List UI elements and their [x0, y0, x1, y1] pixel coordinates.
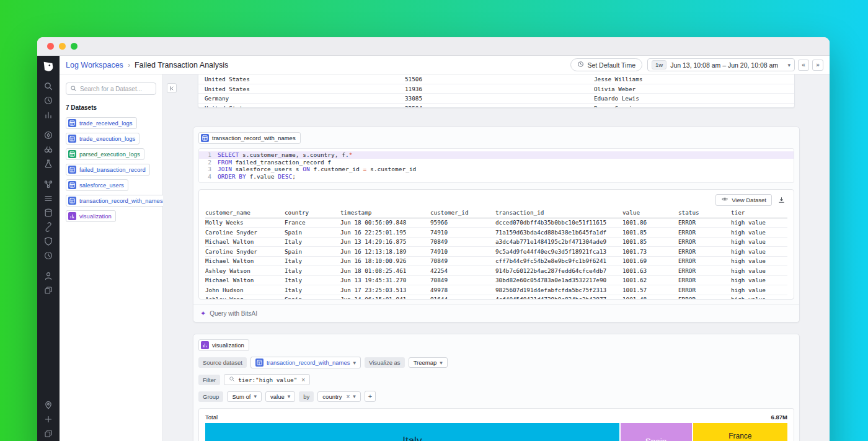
integrations-icon[interactable]	[43, 222, 53, 232]
table-row[interactable]: United States11936Olivia Weber	[198, 84, 794, 94]
by-label: by	[299, 391, 314, 402]
logs-icon[interactable]	[43, 194, 53, 203]
dataset-item-parsed_execution_logs[interactable]: parsed_execution_logs	[66, 148, 144, 160]
set-default-time-button[interactable]: Set Default Time	[570, 58, 642, 71]
dataset-item-salesforce_users[interactable]: salesforce_users	[66, 179, 128, 191]
table-row[interactable]: United States22504Byron Garcia	[198, 104, 794, 109]
column-header-customer_name[interactable]: customer_name	[205, 208, 285, 218]
aggregation-select[interactable]: Sum of ▾	[227, 391, 262, 402]
settings-icon[interactable]	[43, 400, 53, 410]
chevron-down-icon: ▾	[440, 360, 443, 366]
time-forward-button[interactable]: »	[812, 60, 823, 71]
service-map-icon[interactable]	[43, 179, 53, 189]
visualization-chip[interactable]: visualization	[198, 339, 249, 351]
remove-group-by-icon[interactable]: ×	[345, 393, 350, 400]
column-header-customer_id[interactable]: customer_id	[430, 208, 495, 218]
column-header-timestamp[interactable]: timestamp	[340, 208, 430, 218]
field-select[interactable]: value ▾	[265, 391, 295, 402]
table-cell: Caroline Snyder	[205, 247, 285, 257]
monitors-icon[interactable]	[43, 251, 53, 261]
table-cell: 1001.63	[622, 266, 678, 276]
chevron-down-icon: ▾	[353, 393, 356, 399]
watchdog-icon[interactable]	[43, 145, 53, 154]
table-cell: high value	[731, 247, 787, 257]
treemap-cell-france[interactable]: France587.9k	[693, 423, 787, 441]
table-cell: 70849	[430, 256, 495, 266]
eye-icon	[721, 195, 728, 204]
column-header-value[interactable]: value	[622, 208, 678, 218]
table-row[interactable]: Michael WaltonItalyJun 16 18:10:00.92670…	[205, 256, 787, 266]
recents-icon[interactable]	[43, 96, 53, 105]
dataset-item-trade_received_logs[interactable]: trade_received_logs	[66, 117, 137, 129]
dashboards-icon[interactable]	[43, 130, 53, 140]
query-with-bitsai-button[interactable]: ✦ Query with BitsAI	[193, 305, 799, 322]
dataset-item-failed_transaction_record[interactable]: failed_transaction_record	[66, 164, 150, 176]
treemap-cell-spain[interactable]: Spain	[621, 423, 692, 441]
minimize-window-button[interactable]	[59, 43, 66, 50]
copy-icon[interactable]	[43, 429, 53, 439]
table-row[interactable]: Caroline SnyderSpainJun 16 22:25:01.1957…	[205, 228, 787, 238]
table-row[interactable]: Michael WaltonItalyJun 13 14:29:16.87570…	[205, 237, 787, 247]
query-dataset-chip[interactable]: transaction_record_with_names	[198, 132, 301, 144]
table-row[interactable]: Michael WaltonItalyJun 13 19:45:31.27070…	[205, 275, 787, 285]
database-icon[interactable]	[43, 208, 53, 218]
table-cell: 1001.85	[622, 237, 678, 247]
sql-line: 1SELECT s.customer_name, s.country, f.*	[199, 151, 794, 159]
visualization-card: visualization Source dataset transaction…	[193, 334, 800, 441]
table-cell: 9825607d191d4efabfcfda5bc75f2313	[495, 285, 622, 295]
zoom-window-button[interactable]	[71, 43, 78, 50]
add-group-by-button[interactable]: +	[365, 391, 376, 402]
datadog-logo[interactable]	[42, 60, 55, 74]
sql-editor[interactable]: 1SELECT s.customer_name, s.country, f.*2…	[198, 148, 794, 183]
column-header-country[interactable]: country	[285, 208, 340, 218]
table-icon	[68, 135, 76, 143]
table-cell: United States	[205, 84, 405, 94]
table-row[interactable]: Germany33085Eduardo Lewis	[198, 94, 794, 104]
clear-filter-icon[interactable]: ×	[300, 376, 305, 383]
visualize-as-select[interactable]: Treemap ▾	[409, 357, 448, 368]
table-cell: 1001.86	[622, 218, 678, 228]
table-cell: 9c5a4d9fe44f40ec9e3d5f18921fca13	[495, 247, 622, 257]
dataset-item-visualization[interactable]: visualization	[66, 210, 116, 222]
table-cell: Molly Weeks	[205, 218, 285, 228]
ci-icon[interactable]	[43, 285, 53, 295]
sql-code: JOIN salesforce_users s ON f.customer_id…	[218, 166, 416, 173]
infrastructure-icon[interactable]	[43, 110, 53, 120]
table-row[interactable]: Ashley WongSpainJun 14 06:15:01.94191644…	[205, 295, 787, 299]
download-icon[interactable]	[776, 194, 787, 206]
results-table-scroll[interactable]: customer_namecountrytimestampcustomer_id…	[205, 208, 787, 299]
table-cell: 4cf4045f0421d4729b9c834bc2b43977	[495, 295, 622, 299]
source-dataset-value: transaction_record_with_names	[267, 359, 350, 366]
security-icon[interactable]	[43, 236, 53, 246]
table-row[interactable]: John HudsonItalyJun 17 23:25:03.51349978…	[205, 285, 787, 295]
table-row[interactable]: Molly WeeksFranceJun 18 00:56:09.8489596…	[205, 218, 787, 228]
time-back-button[interactable]: «	[798, 60, 809, 71]
breadcrumb-log-workspaces[interactable]: Log Workspaces	[66, 61, 123, 69]
time-range-picker[interactable]: 1w Jun 13, 10:08 am – Jun 20, 10:08 am ▾	[647, 58, 795, 71]
dataset-search-input[interactable]	[80, 86, 152, 92]
column-header-tier[interactable]: tier	[731, 208, 787, 218]
source-dataset-select[interactable]: transaction_record_with_names ▾	[250, 357, 361, 368]
treemap-cell-italy[interactable]: Italy	[205, 423, 619, 441]
filter-input[interactable]: tier:"high value" ×	[224, 374, 310, 385]
dataset-item-transaction_record_with_names[interactable]: transaction_record_with_names	[66, 195, 167, 207]
view-dataset-button[interactable]: View Dataset	[715, 194, 772, 206]
collapse-panel-button[interactable]	[167, 83, 177, 93]
dataset-item-trade_execution_logs[interactable]: trade_execution_logs	[66, 133, 140, 145]
rum-icon[interactable]	[43, 271, 53, 281]
visualize-as-value: Treemap	[414, 359, 437, 366]
table-row[interactable]: Ashley WatsonItalyJun 18 01:08:25.461422…	[205, 266, 787, 276]
close-window-button[interactable]	[47, 43, 54, 50]
table-row[interactable]: United States51506Jesse Williams	[198, 74, 794, 84]
table-cell: 95966	[430, 218, 495, 228]
table-row[interactable]: Caroline SnyderSpainJun 16 12:13:18.1897…	[205, 247, 787, 257]
search-icon[interactable]	[43, 81, 53, 91]
visualization-chip-label: visualization	[212, 342, 244, 349]
shortcuts-icon[interactable]	[43, 414, 53, 424]
chevron-down-icon: ▾	[288, 393, 291, 399]
group-by-select[interactable]: country × ▾	[317, 391, 361, 402]
apm-icon[interactable]	[43, 159, 53, 169]
column-header-status[interactable]: status	[678, 208, 731, 218]
dataset-search[interactable]	[66, 82, 156, 95]
column-header-transaction_id[interactable]: transaction_id	[495, 208, 622, 218]
